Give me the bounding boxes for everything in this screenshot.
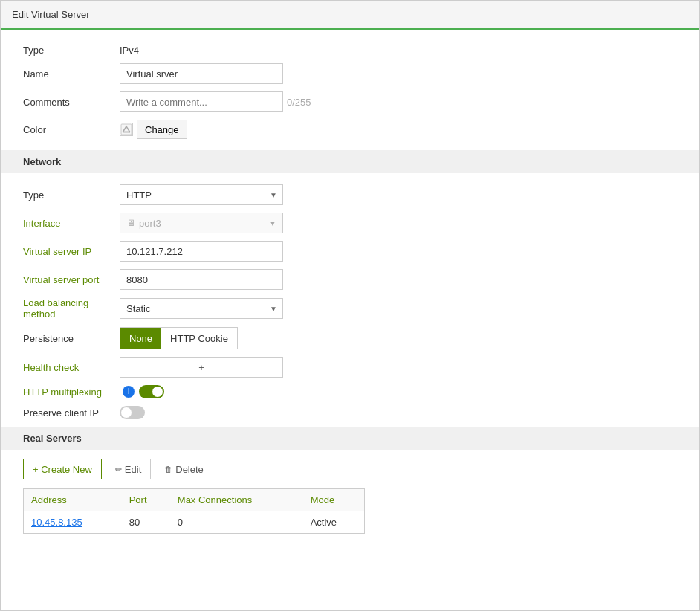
- title-bar: Edit Virtual Server: [1, 1, 699, 30]
- comments-count: 0/255: [287, 97, 311, 108]
- interface-select[interactable]: 🖥 port3 ▼: [120, 213, 283, 233]
- real-servers-section-header: Real Servers: [1, 427, 699, 450]
- preserve-ip-row: Preserve client IP: [23, 406, 677, 419]
- interface-row: Interface 🖥 port3 ▼: [23, 213, 677, 233]
- network-section-header: Network: [1, 150, 699, 173]
- health-check-label: Health check: [23, 362, 120, 373]
- create-new-label: + Create New: [33, 464, 92, 475]
- persistence-none-button[interactable]: None: [120, 328, 161, 349]
- interface-arrow-icon: ▼: [269, 219, 276, 227]
- window-title: Edit Virtual Server: [12, 9, 90, 20]
- window: Edit Virtual Server Type IPv4 Name Comme…: [0, 0, 700, 611]
- color-icon: [120, 123, 133, 136]
- comments-row: Comments 0/255: [23, 91, 677, 112]
- cell-address: 10.45.8.135: [24, 511, 122, 534]
- delete-trash-icon: 🗑: [164, 465, 172, 473]
- network-type-label: Type: [23, 190, 120, 201]
- svg-rect-1: [123, 131, 130, 133]
- health-check-plus-icon: +: [198, 362, 204, 373]
- health-check-add-button[interactable]: +: [120, 357, 283, 378]
- persistence-label: Persistence: [23, 333, 120, 344]
- virtual-ip-label: Virtual server IP: [23, 246, 120, 257]
- cell-port: 80: [122, 511, 170, 534]
- virtual-ip-input[interactable]: [120, 241, 283, 262]
- type-value: IPv4: [120, 45, 139, 56]
- network-type-select-wrapper: HTTP HTTPS TCP ▼: [120, 184, 283, 205]
- network-type-select[interactable]: HTTP HTTPS TCP: [120, 184, 283, 205]
- real-servers-table: Address Port Max Connections Mode 10.45.…: [24, 489, 364, 533]
- color-change-button[interactable]: Change: [137, 120, 187, 139]
- color-row: Color Change: [23, 120, 677, 139]
- edit-pencil-icon: ✏: [115, 465, 122, 474]
- edit-label: Edit: [125, 464, 141, 475]
- table-row[interactable]: 10.45.8.135 80 0 Active: [24, 511, 364, 534]
- interface-icon: 🖥: [126, 218, 135, 228]
- name-row: Name: [23, 63, 677, 84]
- cell-mode: Active: [303, 511, 364, 534]
- col-mode: Mode: [303, 489, 364, 511]
- create-new-button[interactable]: + Create New: [23, 459, 102, 479]
- lb-method-select[interactable]: Static Round Robin Weighted Least Connec…: [120, 298, 283, 319]
- persistence-row: Persistence None HTTP Cookie: [23, 327, 677, 349]
- delete-label: Delete: [175, 464, 204, 475]
- http-multiplex-row: HTTP multiplexing i: [23, 385, 677, 398]
- comments-label: Comments: [23, 97, 120, 108]
- cell-max-connections: 0: [170, 511, 303, 534]
- col-port: Port: [122, 489, 170, 511]
- real-servers-toolbar: + Create New ✏ Edit 🗑 Delete: [23, 459, 677, 479]
- virtual-port-input[interactable]: [120, 269, 283, 290]
- http-multiplex-label: HTTP multiplexing: [23, 387, 120, 398]
- preserve-ip-toggle[interactable]: [120, 406, 145, 419]
- type-row: Type IPv4: [23, 45, 677, 56]
- interface-label: Interface: [23, 218, 120, 229]
- comments-input[interactable]: [120, 91, 283, 112]
- col-max-connections: Max Connections: [170, 489, 303, 511]
- virtual-port-label: Virtual server port: [23, 274, 120, 285]
- col-address: Address: [24, 489, 122, 511]
- type-label: Type: [23, 45, 120, 56]
- delete-button[interactable]: 🗑 Delete: [155, 459, 213, 479]
- edit-button[interactable]: ✏ Edit: [106, 459, 151, 479]
- health-check-row: Health check +: [23, 357, 677, 378]
- network-type-row: Type HTTP HTTPS TCP ▼: [23, 184, 677, 205]
- address-link[interactable]: 10.45.8.135: [31, 517, 82, 528]
- real-servers-table-container: Address Port Max Connections Mode 10.45.…: [23, 488, 365, 534]
- http-multiplex-toggle[interactable]: [139, 385, 164, 398]
- persistence-group: None HTTP Cookie: [120, 327, 238, 349]
- color-label: Color: [23, 124, 120, 135]
- http-multiplex-info-icon[interactable]: i: [123, 386, 135, 398]
- interface-value: port3: [139, 218, 161, 229]
- lb-method-row: Load balancing method Static Round Robin…: [23, 297, 677, 320]
- preserve-ip-label: Preserve client IP: [23, 407, 120, 418]
- virtual-port-row: Virtual server port: [23, 269, 677, 290]
- virtual-ip-row: Virtual server IP: [23, 241, 677, 262]
- name-label: Name: [23, 68, 120, 80]
- persistence-cookie-button[interactable]: HTTP Cookie: [161, 328, 237, 349]
- table-header-row: Address Port Max Connections Mode: [24, 489, 364, 511]
- lb-method-label: Load balancing method: [23, 297, 120, 320]
- lb-method-select-wrapper: Static Round Robin Weighted Least Connec…: [120, 298, 283, 319]
- name-input[interactable]: [120, 63, 283, 84]
